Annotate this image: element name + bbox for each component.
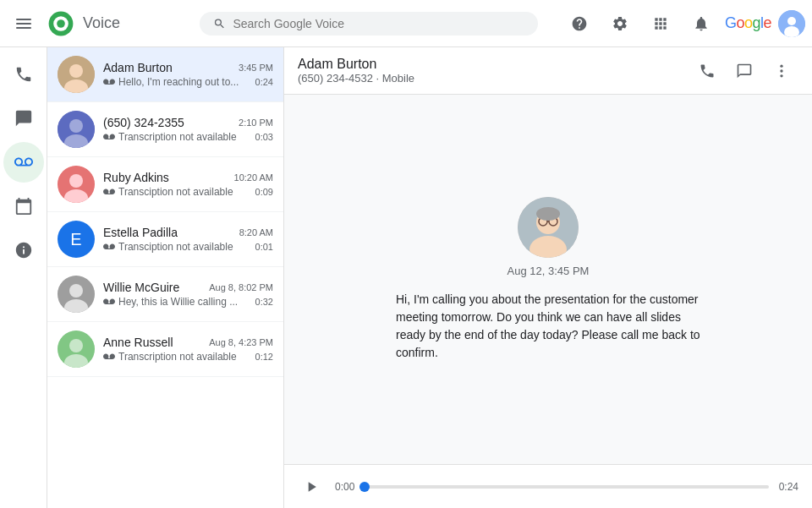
list-item-content: Willie McGuire Aug 8, 8:02 PM Hey, this … xyxy=(103,281,273,308)
play-button[interactable] xyxy=(298,473,325,500)
sidebar-item-info[interactable] xyxy=(3,230,44,270)
call-duration: 0:03 xyxy=(255,132,273,142)
help-icon xyxy=(571,15,588,32)
voicemail-transcription: Hi, I'm calling you about the presentati… xyxy=(396,291,700,362)
avatar: E xyxy=(58,221,95,258)
more-vert-icon xyxy=(773,63,790,79)
call-preview: Transcription not available xyxy=(103,131,237,143)
call-duration: 0:12 xyxy=(255,352,273,362)
detail-actions xyxy=(690,54,798,88)
list-item-content: Ruby Adkins 10:20 AM Transciption not av… xyxy=(103,171,273,198)
menu-button[interactable] xyxy=(7,7,41,41)
audio-wave-icon xyxy=(103,133,115,141)
call-time: 10:20 AM xyxy=(234,172,273,183)
list-item[interactable]: Anne Russell Aug 8, 4:23 PM Transcriptio… xyxy=(47,322,283,377)
avatar xyxy=(58,166,95,203)
svg-point-16 xyxy=(69,174,83,188)
search-icon xyxy=(213,17,226,30)
call-preview: Hey, this ia Willie calling ... xyxy=(103,296,238,308)
audio-player: 0:00 0:24 xyxy=(284,464,812,508)
settings-button[interactable] xyxy=(603,7,637,41)
svg-point-10 xyxy=(69,64,83,78)
detail-pane: Adam Burton (650) 234-4532 · Mobile xyxy=(284,47,812,508)
svg-point-24 xyxy=(780,64,782,67)
list-item-content: Anne Russell Aug 8, 4:23 PM Transcriptio… xyxy=(103,336,273,363)
list-item[interactable]: (650) 324-2355 2:10 PM Transcription not… xyxy=(47,102,283,157)
more-options-button[interactable] xyxy=(765,54,798,88)
voicemail-icon xyxy=(14,153,33,172)
call-icon xyxy=(699,63,716,79)
detail-contact-name: Adam Burton xyxy=(298,57,680,72)
list-item-content: (650) 324-2355 2:10 PM Transcription not… xyxy=(103,116,273,143)
detail-header: Adam Burton (650) 234-4532 · Mobile xyxy=(284,47,812,95)
info-icon xyxy=(14,241,33,259)
bell-icon xyxy=(693,15,710,32)
avatar xyxy=(58,56,95,93)
call-time: 3:45 PM xyxy=(239,63,273,73)
apps-button[interactable] xyxy=(644,7,678,41)
contact-name: Adam Burton xyxy=(103,61,173,74)
svg-point-5 xyxy=(57,19,65,28)
audio-wave-icon xyxy=(103,243,115,251)
avatar xyxy=(58,111,95,148)
account-avatar[interactable] xyxy=(778,10,805,37)
call-preview: Hello, I'm reaching out to... xyxy=(103,76,239,88)
audio-wave-icon xyxy=(103,188,115,196)
help-button[interactable] xyxy=(562,7,596,41)
sidebar xyxy=(0,47,47,508)
app-name: Voice xyxy=(83,14,120,32)
detail-contact-sub: (650) 234-4532 · Mobile xyxy=(298,72,680,85)
svg-point-26 xyxy=(780,74,782,77)
list-item[interactable]: E Estella Padilla 8:20 AM Transciption n… xyxy=(47,212,283,267)
call-duration: 0:24 xyxy=(255,77,273,87)
call-time: Aug 8, 8:02 PM xyxy=(209,282,273,292)
call-time: Aug 8, 4:23 PM xyxy=(209,337,273,347)
list-item[interactable]: Willie McGuire Aug 8, 8:02 PM Hey, this … xyxy=(47,267,283,322)
svg-point-13 xyxy=(69,119,83,133)
settings-icon xyxy=(612,15,628,32)
audio-wave-icon xyxy=(103,298,115,306)
play-icon xyxy=(303,478,320,495)
svg-point-33 xyxy=(536,207,560,221)
list-item-content: Adam Burton 3:45 PM Hello, I'm reaching … xyxy=(103,61,273,88)
call-duration: 0:01 xyxy=(255,242,273,252)
audio-wave-icon xyxy=(103,352,115,361)
apps-icon xyxy=(652,15,669,32)
svg-rect-0 xyxy=(16,19,31,20)
list-item-content: Estella Padilla 8:20 AM Transciption not… xyxy=(103,226,273,253)
audio-wave-icon xyxy=(103,78,115,86)
voicemail-list: Adam Burton 3:45 PM Hello, I'm reaching … xyxy=(47,47,284,508)
call-duration: 0:09 xyxy=(255,187,273,197)
sidebar-item-messages[interactable] xyxy=(3,98,44,139)
sidebar-item-history[interactable] xyxy=(3,186,44,227)
avatar xyxy=(58,330,95,368)
contact-name: Willie McGuire xyxy=(103,281,179,294)
audio-progress-dot xyxy=(359,482,370,492)
hamburger-icon xyxy=(16,16,31,31)
voicemail-timestamp: Aug 12, 3:45 PM xyxy=(508,265,590,277)
search-box[interactable] xyxy=(200,12,538,36)
call-preview: Transcription not available xyxy=(103,351,237,363)
calendar-icon xyxy=(14,197,33,216)
sidebar-item-voicemail[interactable] xyxy=(3,142,44,183)
detail-header-info: Adam Burton (650) 234-4532 · Mobile xyxy=(298,57,680,85)
list-item[interactable]: Ruby Adkins 10:20 AM Transciption not av… xyxy=(47,157,283,212)
contact-name: Anne Russell xyxy=(103,336,173,349)
list-item[interactable]: Adam Burton 3:45 PM Hello, I'm reaching … xyxy=(47,47,283,102)
call-back-button[interactable] xyxy=(690,54,724,88)
svg-rect-1 xyxy=(16,23,31,25)
sms-icon xyxy=(736,63,753,79)
call-preview: Transciption not available xyxy=(103,186,233,198)
search-input[interactable] xyxy=(233,17,524,30)
contact-name: Estella Padilla xyxy=(103,226,178,239)
voice-logo xyxy=(47,10,74,37)
audio-progress-bar[interactable] xyxy=(365,485,768,489)
google-logo-text: Google xyxy=(725,14,771,32)
send-message-button[interactable] xyxy=(727,54,761,88)
sidebar-item-calls[interactable] xyxy=(3,54,44,95)
svg-point-7 xyxy=(787,17,796,25)
topbar-search xyxy=(176,12,562,36)
topbar-left: Voice xyxy=(7,7,176,41)
notifications-button[interactable] xyxy=(684,7,718,41)
account-icon xyxy=(778,10,805,37)
